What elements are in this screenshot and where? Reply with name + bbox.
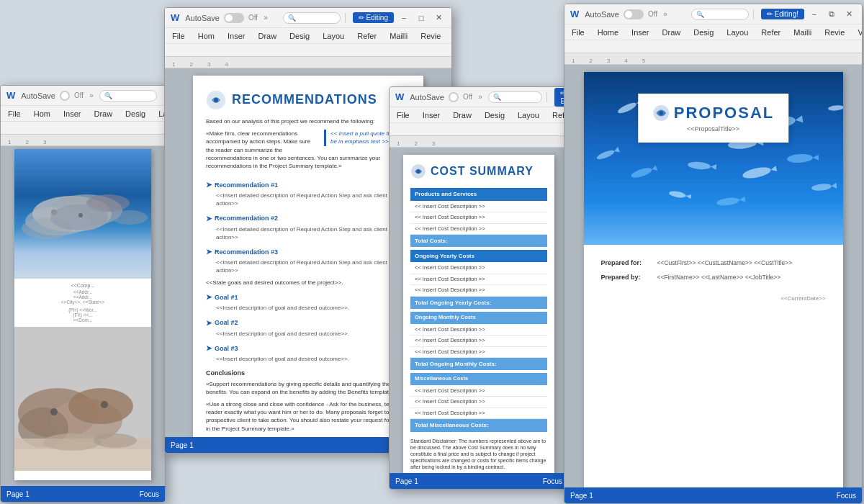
menu-file-win2[interactable]: File (169, 32, 188, 40)
autosave-toggle-win3[interactable] (449, 92, 459, 102)
menu-inser-win1[interactable]: Inser (60, 109, 84, 118)
menu-desig-win1[interactable]: Desig (122, 109, 148, 118)
menu-mailli-win4[interactable]: Mailli (791, 28, 814, 37)
fish-image-bottom (14, 327, 151, 471)
menu-layou-win4[interactable]: Layou (724, 28, 751, 37)
word-icon-win1: W (6, 90, 15, 101)
prepared-by-label: Prepared by: (601, 274, 652, 281)
menu-file-win3[interactable]: File (394, 111, 413, 120)
win1-phone-text: (PH) <<Wor...(FX) <<...<<Dom... (20, 307, 145, 323)
more-btn-win2[interactable]: » (262, 14, 269, 22)
search-box-win4[interactable]: 🔍 (691, 9, 749, 20)
prepared-by-row: Prepared by: <<FirstName>> <<LastName>> … (601, 274, 826, 281)
title-bar-win2: W AutoSave Off » 🔍 ✏ Editing − □ ✕ (165, 8, 451, 28)
menu-desig-win4[interactable]: Desig (690, 28, 716, 37)
status-bar-win1: Page 1 Focus (1, 486, 165, 502)
win1-address-text: <<Addr...<<Addr...<<City>>, <<State>> (20, 289, 145, 305)
menu-refer-win4[interactable]: Refer (758, 28, 783, 37)
focus-btn-win4[interactable]: Focus (837, 492, 856, 500)
page-win4: PROPOSAL <<ProposalTitle>> Prepared for:… (584, 72, 843, 487)
menu-desig-win2[interactable]: Desig (287, 32, 312, 40)
goal2-title: ➤ Goal #2 (206, 318, 410, 328)
focus-btn-win1[interactable]: Focus (140, 490, 159, 498)
doc-area-win4: PROPOSAL <<ProposalTitle>> Prepared for:… (564, 65, 862, 487)
rec-section1-desc: <<Insert detailed description of Require… (216, 192, 410, 207)
total-misc-label: Total Miscellaneous Costs: (410, 419, 547, 431)
menu-revie-win4[interactable]: Revie (822, 28, 847, 37)
menu-inser-win4[interactable]: Inser (629, 28, 652, 37)
menu-prop-win2[interactable]: Prop (451, 32, 452, 40)
ribbon-win1 (1, 122, 165, 135)
menu-hom-win4[interactable]: Home (595, 28, 621, 37)
menu-revie-win2[interactable]: Revie (418, 32, 444, 40)
misc-row1: << Insert Cost Description >> (410, 386, 547, 397)
menu-layou-win2[interactable]: Layou (320, 32, 347, 40)
menu-bar-win1: File Hom Inser Draw Desig Layou Refer Ma… (1, 106, 165, 122)
svg-point-6 (50, 204, 108, 230)
menu-file-win4[interactable]: File (569, 28, 588, 37)
more-btn-win1[interactable]: » (88, 91, 95, 99)
menu-hom-win1[interactable]: Hom (31, 109, 53, 118)
menu-file-win1[interactable]: File (5, 109, 24, 118)
rec-title: RECOMMENDATIONS (232, 91, 377, 109)
menu-inser-win2[interactable]: Inser (225, 32, 248, 40)
svg-point-13 (68, 388, 133, 424)
prepared-for-row: Prepared for: <<CustFirst>> <<CustLastNa… (601, 259, 826, 266)
menu-mailli-win2[interactable]: Mailli (387, 32, 410, 40)
toggle-off-label-win4: Off (648, 10, 657, 18)
status-bar-win4: Page 1 Focus (564, 487, 862, 503)
more-btn-win4[interactable]: » (662, 10, 669, 18)
menu-draw-win1[interactable]: Draw (91, 109, 115, 118)
window-proposal[interactable]: W AutoSave Off » 🔍 ✏ Editing! − ⧉ ✕ File… (564, 4, 863, 504)
monthly-row2: << Insert Cost Description >> (410, 336, 547, 347)
menu-hom-win2[interactable]: Hom (195, 32, 217, 40)
window-fish-doc[interactable]: W AutoSave Off » 🔍 − □ ✕ File Hom Inser … (0, 85, 166, 503)
focus-btn-win3[interactable]: Focus (543, 477, 562, 485)
restore-btn-win4[interactable]: ⧉ (824, 7, 839, 22)
proposal-date: <<CurrentDate>> (601, 295, 826, 302)
menu-draw-win3[interactable]: Draw (450, 111, 474, 120)
svg-rect-17 (14, 449, 151, 471)
menu-refer-win2[interactable]: Refer (354, 32, 379, 40)
ruler-win1: 123 (1, 135, 165, 146)
doc-content-win3: COST SUMMARY Products and Services << In… (403, 155, 554, 473)
win1-comp-text: <<Comp... (20, 283, 145, 288)
menu-draw-win2[interactable]: Draw (255, 32, 279, 40)
more-btn-win3[interactable]: » (477, 93, 484, 101)
autosave-toggle-win2[interactable] (224, 13, 244, 23)
ongoing-monthly-header: Ongoing Monthly Costs (410, 312, 547, 324)
misc-row3: << Insert Cost Description >> (410, 408, 547, 420)
menu-layou-win3[interactable]: Layou (515, 111, 542, 120)
minimize-btn-win2[interactable]: − (397, 11, 411, 25)
cost-row3: << Insert Cost Description >> (410, 224, 547, 235)
toggle-off-label-win3: Off (463, 93, 472, 101)
page-win1: <<Comp... <<Addr...<<Addr...<<City>>, <<… (14, 149, 151, 480)
status-right-win1: Focus (140, 490, 159, 498)
window-cost-summary[interactable]: W AutoSave Off » 🔍 ✏ Editing − □ ✕ File … (389, 86, 569, 490)
maximize-btn-win2[interactable]: □ (414, 11, 428, 25)
proposal-fields: Prepared for: <<CustFirst>> <<CustLastNa… (584, 245, 843, 316)
yearly-row3: << Insert Cost Description >> (410, 285, 547, 297)
rec-section1-title: ➤ Recommendation #1 (206, 180, 410, 190)
autosave-toggle-win4[interactable] (624, 9, 644, 19)
search-box-win3[interactable]: 🔍 (488, 91, 543, 103)
arrow-icon-goal1: ➤ (206, 292, 212, 302)
autosave-label-win1: AutoSave (21, 91, 55, 100)
menu-view-win4[interactable]: View (855, 28, 863, 37)
rec-section3-desc: <<Insert detailed description of Require… (216, 258, 410, 274)
win-controls-win3: 🔍 ✏ Editing − □ ✕ (488, 88, 569, 107)
minimize-btn-win4[interactable]: − (807, 7, 822, 22)
ribbon-win4 (564, 40, 862, 53)
ruler-win2: 1234 (165, 57, 451, 68)
menu-draw-win4[interactable]: Draw (660, 28, 684, 37)
editing-badge-win4: ✏ Editing! (761, 9, 804, 19)
autosave-toggle-win1[interactable] (60, 91, 70, 101)
search-box-win2[interactable]: 🔍 (283, 12, 341, 24)
menu-desig-win3[interactable]: Desig (482, 111, 508, 120)
menu-bar-win2: File Hom Inser Draw Desig Layou Refer Ma… (165, 28, 451, 44)
close-btn-win4[interactable]: ✕ (842, 7, 856, 22)
close-btn-win2[interactable]: ✕ (431, 11, 446, 25)
svg-point-14 (50, 408, 58, 415)
menu-inser-win3[interactable]: Inser (420, 111, 443, 120)
search-box-win1[interactable]: 🔍 (99, 90, 157, 102)
